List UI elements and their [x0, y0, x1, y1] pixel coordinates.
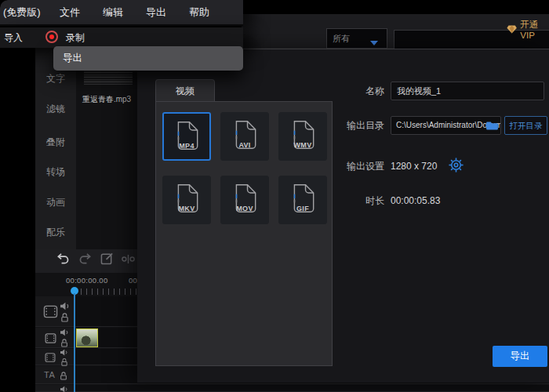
file-menu-row: 导入 录制 — [0, 27, 243, 48]
lock-icon[interactable] — [60, 312, 69, 322]
audio-waveform-thumbnail[interactable] — [84, 70, 133, 85]
menu-dropdown-export[interactable]: 导出 — [53, 46, 243, 71]
open-dir-button[interactable]: 打开目录 — [504, 116, 547, 135]
resolution-value: 1280 x 720 — [391, 157, 437, 176]
edit-icon[interactable] — [100, 252, 114, 265]
format-tile-mov[interactable]: MOV — [220, 176, 269, 224]
sidebar: 文字 滤镜 叠附 转场 动画 配乐 — [35, 45, 76, 249]
playhead-line — [74, 293, 75, 392]
speaker-icon[interactable] — [60, 302, 70, 310]
sidebar-item-music[interactable]: 配乐 — [35, 226, 76, 239]
menu-item-help[interactable]: 帮助 — [189, 0, 209, 24]
sidebar-item-overlay[interactable]: 叠附 — [35, 136, 76, 149]
vip-label: 开通VIP — [520, 19, 549, 40]
track-header-audio[interactable] — [35, 385, 74, 392]
redo-icon[interactable] — [78, 252, 93, 264]
film-icon — [45, 332, 56, 344]
format-tile-mkv[interactable]: MKV — [162, 176, 211, 224]
sidebar-item-filter[interactable]: 滤镜 — [35, 103, 76, 116]
split-icon[interactable] — [121, 254, 136, 264]
duration-label: 时长 — [331, 191, 384, 210]
menu-item-record[interactable]: 录制 — [66, 27, 85, 48]
speaker-icon[interactable] — [60, 328, 69, 336]
speaker-icon[interactable] — [60, 349, 68, 356]
track-lane-audio[interactable] — [74, 385, 549, 392]
chevron-down-icon — [370, 41, 378, 45]
track-header-text[interactable]: TA — [35, 366, 74, 384]
film-icon — [45, 352, 56, 363]
film-icon — [43, 304, 58, 319]
record-dot — [49, 34, 54, 39]
format-tile-mp4[interactable]: MP4 — [162, 112, 211, 161]
menu-item-export[interactable]: 导出 — [146, 0, 166, 24]
media-filter-dropdown[interactable]: 所有 — [326, 28, 387, 49]
menu-item-edit[interactable]: 编辑 — [103, 0, 123, 24]
export-button[interactable]: 导出 — [493, 346, 547, 367]
record-icon[interactable] — [45, 31, 58, 43]
app-window: 所有 开通VIP 文字 滤镜 叠附 转场 动画 配乐 重返青春.mp3 00:0… — [0, 0, 549, 392]
timeline-clip-thumbnail[interactable] — [76, 328, 98, 347]
menu-item-import[interactable]: 导入 — [4, 27, 23, 48]
text-track-icon: TA — [44, 370, 55, 379]
format-label: WMV — [279, 141, 326, 149]
tab-video[interactable]: 视频 — [155, 79, 215, 102]
format-tile-gif[interactable]: GIF — [278, 176, 327, 224]
speaker-icon[interactable] — [60, 386, 68, 392]
output-dir-input[interactable]: C:\Users\Administrator\Document — [391, 116, 501, 135]
format-label: GIF — [279, 205, 326, 212]
media-filter-value: 所有 — [333, 34, 350, 43]
export-dialog: 视频 MP4 AVI WMV MKV MOV GIF 名称 我的视频_1 — [137, 49, 549, 383]
format-label: MP4 — [164, 142, 209, 150]
duration-value: 00:00:05.83 — [391, 191, 440, 210]
audio-file-name: 重返青春.mp3 — [76, 94, 137, 105]
name-label: 名称 — [331, 82, 384, 100]
output-dir-label: 输出目录 — [331, 116, 384, 135]
sidebar-item-transition[interactable]: 转场 — [35, 165, 76, 179]
name-input[interactable]: 我的视频_1 — [391, 82, 544, 100]
track-header-video2[interactable] — [35, 328, 74, 348]
sidebar-item-text[interactable]: 文字 — [35, 72, 76, 85]
output-settings-label: 输出设置 — [331, 157, 384, 176]
edition-label: (免费版) — [3, 0, 41, 24]
menu-bar: (免费版) 文件 编辑 导出 帮助 — [0, 0, 243, 26]
lock-icon[interactable] — [60, 338, 68, 347]
format-label: MOV — [221, 205, 268, 212]
menu-item-file[interactable]: 文件 — [60, 0, 80, 24]
format-tile-avi[interactable]: AVI — [220, 112, 269, 161]
format-label: AVI — [221, 141, 268, 149]
lock-icon[interactable] — [60, 371, 67, 380]
timeline-ruler[interactable] — [75, 289, 137, 295]
vip-gem-icon — [507, 24, 517, 34]
timeline-timecode-next: 00 — [129, 276, 137, 285]
format-tile-wmv[interactable]: WMV — [278, 112, 327, 161]
lock-icon[interactable] — [60, 358, 68, 366]
undo-icon[interactable] — [55, 252, 70, 264]
gear-icon[interactable] — [448, 157, 464, 173]
folder-icon[interactable] — [485, 121, 499, 131]
sidebar-item-animation[interactable]: 动画 — [35, 196, 76, 209]
vip-button[interactable]: 开通VIP — [507, 19, 549, 40]
media-panel: 重返青春.mp3 — [76, 45, 137, 249]
format-label: MKV — [163, 205, 210, 212]
timeline-timecode: 00:00:00.00 — [66, 276, 108, 285]
track-header-video1[interactable] — [35, 296, 74, 327]
track-header-video3[interactable] — [35, 349, 74, 365]
